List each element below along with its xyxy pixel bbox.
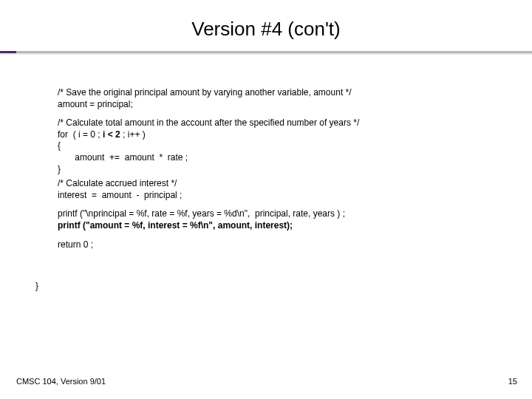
code-line: for ( i = 0 ; i < 2 ; i++ ) <box>58 129 146 140</box>
footer-page-number: 15 <box>508 377 517 386</box>
divider <box>0 51 532 55</box>
bold-condition: i < 2 <box>103 129 120 140</box>
code-block-4: printf ("\nprincipal = %f, rate = %f, ye… <box>58 208 501 231</box>
slide-title: Version #4 (con't) <box>0 0 532 51</box>
code-line: /* Save the original principal amount by… <box>58 87 352 98</box>
code-line: amount += amount * rate ; <box>58 152 188 163</box>
code-block-2: /* Calculate total amount in the account… <box>58 117 501 175</box>
code-block-1: /* Save the original principal amount by… <box>58 87 501 110</box>
code-line: { <box>58 140 61 151</box>
code-line: /* Calculate total amount in the account… <box>58 117 359 128</box>
code-line: printf ("\nprincipal = %f, rate = %f, ye… <box>58 208 345 219</box>
code-line-bold: printf ("amount = %f, interest = %f\n", … <box>58 220 293 231</box>
code-line: } <box>58 164 61 174</box>
closing-brace: } <box>35 281 38 291</box>
code-block-3: /* Calculate accrued interest */ interes… <box>58 178 501 201</box>
slide: Version #4 (con't) /* Save the original … <box>0 0 532 399</box>
code-body: /* Save the original principal amount by… <box>58 87 501 258</box>
code-line: return 0 ; <box>58 239 93 250</box>
code-line: amount = principal; <box>58 99 133 109</box>
footer-left: CMSC 104, Version 9/01 <box>16 377 106 386</box>
code-line: interest = amount - principal ; <box>58 190 182 200</box>
code-block-5: return 0 ; <box>58 239 501 251</box>
code-line: /* Calculate accrued interest */ <box>58 178 177 188</box>
